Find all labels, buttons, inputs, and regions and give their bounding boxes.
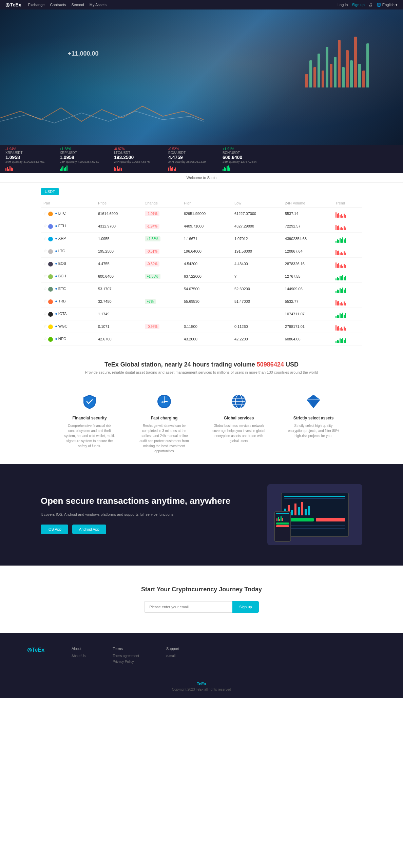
login-link[interactable]: Log In bbox=[338, 3, 348, 7]
coin-symbol: ● bbox=[55, 299, 58, 303]
table-row[interactable]: ☆ ● WGC 0.1071 -0.98% 0.11500 0.11260 27… bbox=[41, 320, 362, 333]
language-selector[interactable]: 🌐 English ▾ bbox=[377, 3, 398, 7]
cell-change: -0.52% bbox=[142, 258, 181, 270]
footer-copyright: Copyright 2023 TeEx all rights reserved bbox=[27, 688, 376, 691]
coin-icon bbox=[48, 224, 53, 229]
feature-global: Global services Global business services… bbox=[212, 391, 266, 454]
cell-high: 196.64000 bbox=[181, 245, 232, 258]
footer: ◎TeEx About About Us Terms Terms agreeme… bbox=[0, 633, 403, 698]
star-icon[interactable]: ☆ bbox=[43, 249, 47, 253]
features-section: Financial security Comprehensive financi… bbox=[0, 381, 403, 464]
coin-name: ETH bbox=[58, 224, 66, 228]
navbar: ◎TeEx Exchange Contracts Second My Asset… bbox=[0, 0, 403, 9]
ticker-item-3[interactable]: -0.52% EOS/USDT 4.4759 24H quantity 2870… bbox=[168, 147, 209, 171]
ticker-item-1[interactable]: +1.58% XRP/USDT 1.0958 24H quantity 4190… bbox=[60, 147, 100, 171]
coin-name: ETC bbox=[58, 287, 66, 291]
col-change: Change bbox=[142, 199, 181, 208]
star-icon[interactable]: ☆ bbox=[43, 336, 47, 341]
cell-high: 62951.99000 bbox=[181, 208, 232, 220]
table-row[interactable]: ☆ ● LTC 195.2500 -0.51% 196.64000 191.58… bbox=[41, 245, 362, 258]
cell-low bbox=[232, 308, 282, 320]
table-row[interactable]: ☆ ● BCH 600.6400 +1.55% 637.22000 ? 1276… bbox=[41, 270, 362, 283]
table-row[interactable]: ☆ ● TRB 32.7450 +7% 55.69530 51.47000 55… bbox=[41, 295, 362, 308]
cell-price: 4312.9700 bbox=[95, 220, 142, 233]
coin-symbol: ● bbox=[55, 224, 58, 228]
star-icon[interactable]: ☆ bbox=[43, 286, 47, 291]
change-badge: +1.58% bbox=[145, 236, 160, 241]
footer-support-title: Support bbox=[166, 647, 179, 651]
footer-col-about: About About Us bbox=[72, 647, 85, 666]
nav-exchange[interactable]: Exchange bbox=[28, 3, 44, 7]
nav-second[interactable]: Second bbox=[71, 3, 84, 7]
cell-change: +7% bbox=[142, 295, 181, 308]
email-input[interactable] bbox=[144, 601, 232, 613]
cell-trend bbox=[333, 220, 362, 233]
feature-global-title: Global services bbox=[212, 416, 266, 420]
android-app-button[interactable]: Android App bbox=[72, 525, 106, 534]
coin-name: EOS bbox=[58, 261, 66, 265]
table-row[interactable]: ☆ ● XRP 1.0955 +1.58% 1.16671 1.07012 43… bbox=[41, 233, 362, 245]
tab-usdt[interactable]: USDT bbox=[41, 188, 59, 195]
star-icon[interactable]: ☆ bbox=[43, 211, 47, 216]
star-icon[interactable]: ☆ bbox=[43, 261, 47, 266]
table-row[interactable]: ☆ ● EOS 4.4755 -0.52% 4.54200 4.43400 28… bbox=[41, 258, 362, 270]
clock24-icon: 24 bbox=[154, 391, 174, 412]
star-icon[interactable]: ☆ bbox=[43, 299, 47, 303]
stats-section: TeEx Global station, nearly 24 hours tra… bbox=[0, 351, 403, 381]
table-row[interactable]: ☆ ● IOTA 1.1749 1074711.07 bbox=[41, 308, 362, 320]
star-icon[interactable]: ☆ bbox=[43, 274, 47, 278]
table-row[interactable]: ☆ ● BTC 61614.6900 -1.07% 62951.99000 61… bbox=[41, 208, 362, 220]
star-icon[interactable]: ☆ bbox=[43, 236, 47, 241]
footer-privacy-policy[interactable]: Privacy Policy bbox=[113, 660, 139, 664]
ios-app-button[interactable]: IOS App bbox=[41, 525, 68, 534]
nav-my-assets[interactable]: My Assets bbox=[90, 3, 107, 7]
table-row[interactable]: ☆ ● NEO 42.6700 43.2000 42.2200 60864.06 bbox=[41, 333, 362, 346]
star-icon[interactable]: ☆ bbox=[43, 223, 47, 228]
print-icon[interactable]: 🖨 bbox=[369, 3, 372, 7]
cell-high: 637.22000 bbox=[181, 270, 232, 283]
table-row[interactable]: ☆ ● ETH 4312.9700 -1.94% 4409.71000 4327… bbox=[41, 220, 362, 233]
col-price: Price bbox=[95, 199, 142, 208]
signup-button[interactable]: Sign up bbox=[232, 601, 258, 613]
nav-contracts[interactable]: Contracts bbox=[50, 3, 66, 7]
cell-change bbox=[142, 333, 181, 346]
cell-pair: ☆ ● ETC bbox=[41, 283, 95, 295]
cell-pair: ☆ ● ETH bbox=[41, 220, 95, 233]
star-icon[interactable]: ☆ bbox=[43, 324, 47, 329]
change-badge: +1.55% bbox=[145, 274, 160, 279]
signup-section: Start Your Cryptocurrency Journey Today … bbox=[0, 566, 403, 633]
signup-title: Start Your Cryptocurrency Journey Today bbox=[41, 586, 362, 593]
cell-low: 191.58000 bbox=[232, 245, 282, 258]
cell-low: 4327.29000 bbox=[232, 220, 282, 233]
signup-form: Sign up bbox=[41, 601, 362, 613]
footer-about-us[interactable]: About Us bbox=[72, 654, 85, 658]
cell-pair: ☆ ● LTC bbox=[41, 245, 95, 258]
feature-global-desc: Global business services network coverag… bbox=[212, 423, 266, 443]
cell-pair: ☆ ● EOS bbox=[41, 258, 95, 270]
feature-fast-desc: Recharge withdrawal can be completed in … bbox=[137, 423, 191, 454]
cell-change: -1.94% bbox=[142, 220, 181, 233]
signup-link[interactable]: Sign up bbox=[352, 3, 364, 7]
ticker-bar: -1.94% XRP/USDT 1.0958 24H quantity 4190… bbox=[0, 145, 403, 173]
ticker-item-4[interactable]: +1.91% BCH/USDT 600.6400 24H quantity 12… bbox=[223, 147, 263, 171]
nav-right: Log In Sign up 🖨 🌐 English ▾ bbox=[338, 3, 398, 7]
logo[interactable]: ◎TeEx bbox=[5, 2, 21, 7]
star-icon[interactable]: ☆ bbox=[43, 311, 47, 316]
cell-trend bbox=[333, 308, 362, 320]
cell-pair: ☆ ● NEO bbox=[41, 333, 95, 346]
mini-chart-4 bbox=[223, 164, 263, 171]
col-low: Low bbox=[232, 199, 282, 208]
table-row[interactable]: ☆ ● ETC 53.1707 54.07500 52.60200 144909… bbox=[41, 283, 362, 295]
cell-low: ? bbox=[232, 270, 282, 283]
feature-fast-title: Fast charging bbox=[137, 416, 191, 420]
footer-email[interactable]: e-mail bbox=[166, 654, 179, 658]
footer-terms-agreement[interactable]: Terms agreement bbox=[113, 654, 139, 658]
footer-logo-area: ◎TeEx bbox=[27, 647, 44, 666]
laptop-screen bbox=[281, 493, 349, 537]
ticker-item-0[interactable]: -1.94% XRP/USDT 1.0958 24H quantity 4190… bbox=[5, 147, 46, 171]
ticker-item-2[interactable]: -0.87% LTC/USDT 193.2500 24H quantity 12… bbox=[114, 147, 155, 171]
cell-high: 54.07500 bbox=[181, 283, 232, 295]
mini-chart-0 bbox=[5, 164, 46, 171]
trend-chart bbox=[335, 235, 360, 243]
globe-icon bbox=[229, 391, 249, 412]
